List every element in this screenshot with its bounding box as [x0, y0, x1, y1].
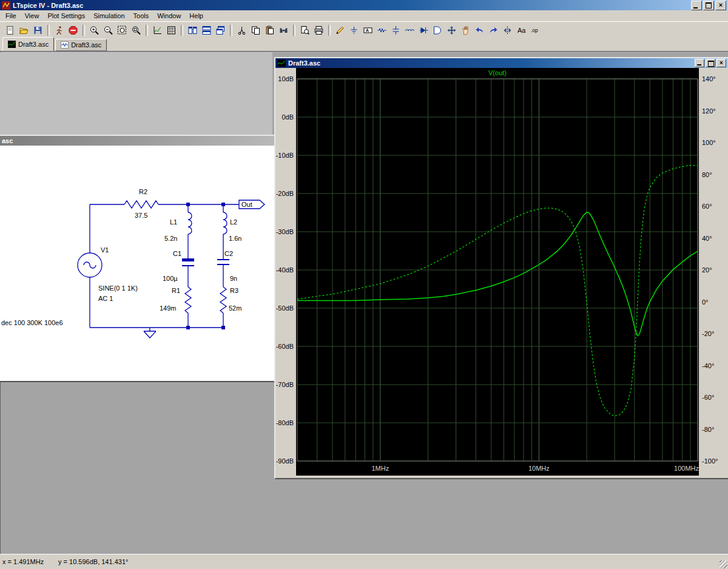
r3-value-label[interactable]: 52m [229, 305, 241, 312]
y-left-tick-label: -20dB [276, 190, 294, 197]
l2-name-label[interactable]: L2 [230, 218, 237, 226]
menu-item-window[interactable]: Window [153, 11, 185, 21]
spice-directive-icon: .op [530, 25, 541, 35]
wire-button[interactable] [333, 24, 347, 36]
redo-button[interactable] [487, 24, 500, 36]
spice-directive-text[interactable]: dec 100 300K 100e6 [1, 319, 63, 326]
plot-restore-button[interactable] [706, 59, 715, 67]
tab-draft3-waveform[interactable]: Draft3.asc [2, 37, 54, 51]
print-button[interactable] [312, 24, 326, 36]
run-button[interactable] [52, 24, 66, 36]
zoom-out-button[interactable] [101, 24, 115, 36]
capacitor-button[interactable] [389, 24, 403, 36]
tile-horizontal-icon [201, 25, 212, 35]
v1-value-label[interactable]: SINE(0 1 1K) [98, 284, 138, 292]
l1-name-label[interactable]: L1 [170, 218, 177, 226]
open-button[interactable] [17, 24, 31, 36]
print-preview-button[interactable] [298, 24, 312, 36]
inductor-L1[interactable]: L1 5.2n [164, 212, 192, 242]
restore-button[interactable] [703, 1, 714, 10]
text-button[interactable]: Aa [514, 24, 528, 36]
zoom-in-button[interactable] [87, 24, 101, 36]
inductor-button[interactable] [403, 24, 417, 36]
halt-icon [68, 25, 78, 35]
resize-grip[interactable] [720, 561, 727, 568]
zoom-area-icon [117, 25, 127, 35]
r3-name-label[interactable]: R3 [230, 287, 238, 294]
svg-text:.op: .op [531, 27, 538, 33]
ltspice-app: LTspice IV - Draft3.asc × FileViewPlot S… [0, 0, 728, 569]
find-button[interactable] [277, 24, 291, 36]
c2-value-label[interactable]: 9n [230, 275, 237, 282]
mirror-button[interactable] [500, 24, 514, 36]
v1-name-label[interactable]: V1 [101, 246, 109, 254]
menu-item-plot-settings[interactable]: Plot Settings [43, 11, 89, 21]
menu-item-help[interactable]: Help [185, 11, 207, 21]
move-button[interactable] [445, 24, 459, 36]
new-file-button[interactable] [3, 24, 17, 36]
r2-name-label[interactable]: R2 [139, 188, 147, 195]
zoom-in-icon [89, 25, 99, 35]
v1-ac-label[interactable]: AC 1 [98, 295, 113, 302]
c1-value-label[interactable]: 100µ [163, 275, 178, 282]
tile-vertical-button[interactable] [186, 24, 200, 36]
voltage-source-V1[interactable]: V1 SINE(0 1 1K) AC 1 [78, 246, 138, 302]
autorange-button[interactable] [150, 24, 164, 36]
undo-button[interactable] [473, 24, 487, 36]
cut-icon [237, 25, 247, 35]
tab-draft3-schematic[interactable]: Draft3.asc [55, 39, 107, 51]
inductor-L2[interactable]: L2 1.6n [223, 212, 241, 242]
r1-value-label[interactable]: 149m [160, 305, 177, 312]
schematic-window-titlebar[interactable]: asc [0, 136, 274, 146]
drag-button[interactable] [459, 24, 473, 36]
r1-name-label[interactable]: R1 [172, 287, 180, 294]
net-label-button[interactable] [361, 24, 375, 36]
cascade-button[interactable] [214, 24, 228, 36]
ground-symbol[interactable] [144, 328, 156, 338]
plot-close-button[interactable]: × [716, 59, 726, 67]
component-button[interactable] [431, 24, 445, 36]
run-icon [54, 25, 64, 35]
copy-button[interactable] [249, 24, 263, 36]
schematic-window: asc V1 SINE(0 1 1K) AC 1 [0, 135, 275, 382]
menu-item-simulation[interactable]: Simulation [89, 11, 129, 21]
y-right-tick-label: -40° [702, 362, 714, 369]
plot-minimize-button[interactable] [695, 59, 704, 67]
capacitor-C2[interactable]: C2 9n [217, 250, 237, 282]
spice-directive-button[interactable]: .op [528, 24, 542, 36]
menu-item-file[interactable]: File [1, 11, 21, 21]
plot-title[interactable]: V(out) [488, 69, 507, 76]
l2-value-label[interactable]: 1.6n [229, 235, 241, 242]
menu-item-view[interactable]: View [21, 11, 44, 21]
out-label[interactable]: Out [241, 201, 252, 208]
ground-button[interactable] [347, 24, 361, 36]
c1-name-label[interactable]: C1 [173, 250, 181, 257]
save-button[interactable] [31, 24, 45, 36]
waveform-plot[interactable]: 10dB0dB-10dB-20dB-30dB-40dB-50dB-60dB-70… [275, 68, 726, 476]
resistor-R3[interactable]: R3 52m [220, 287, 241, 313]
net-label-icon [363, 25, 373, 35]
c2-name-label[interactable]: C2 [224, 250, 233, 257]
minimize-icon [697, 64, 701, 66]
y-left-tick-label: -50dB [276, 305, 294, 312]
resistor-button[interactable] [375, 24, 389, 36]
zoom-full-button[interactable] [129, 24, 143, 36]
halt-button[interactable] [66, 24, 80, 36]
capacitor-C1[interactable]: C1 100µ [163, 250, 194, 282]
minimize-button[interactable] [691, 1, 702, 10]
tile-horizontal-button[interactable] [200, 24, 214, 36]
close-button[interactable]: × [715, 1, 726, 10]
resistor-R1[interactable]: R1 149m [160, 287, 191, 313]
resistor-R2[interactable]: R2 37.5 [124, 188, 158, 219]
grid-button[interactable] [164, 24, 178, 36]
waveform-window-titlebar[interactable]: Draft3.asc × [275, 58, 728, 68]
zoom-area-button[interactable] [115, 24, 129, 36]
diode-button[interactable] [417, 24, 431, 36]
r2-value-label[interactable]: 37.5 [135, 212, 147, 219]
schematic-canvas[interactable]: V1 SINE(0 1 1K) AC 1 R2 37.5 L1 5.2n [0, 146, 274, 381]
l1-value-label[interactable]: 5.2n [164, 235, 177, 242]
cut-button[interactable] [235, 24, 249, 36]
menu-item-tools[interactable]: Tools [129, 11, 153, 21]
paste-button[interactable] [263, 24, 277, 36]
output-net-flag[interactable]: Out [239, 200, 265, 209]
